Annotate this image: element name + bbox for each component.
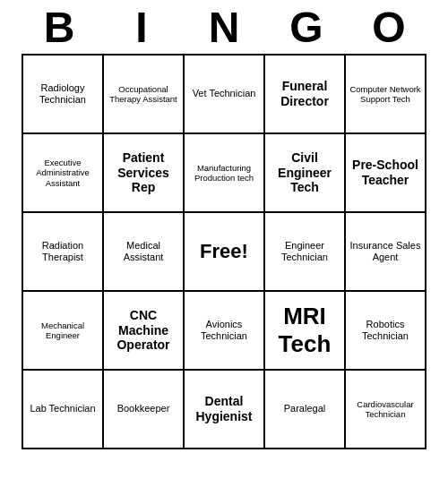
cell-3-1: CNC Machine Operator — [104, 292, 185, 371]
cell-2-1: Medical Assistant — [104, 213, 185, 292]
cell-3-2: Avionics Technician — [185, 292, 265, 371]
cell-0-1: Occupational Therapy Assistant — [104, 56, 185, 134]
cell-0-4: Computer Network Support Tech — [346, 56, 426, 134]
cell-1-4: Pre-School Teacher — [346, 134, 426, 213]
cell-4-1: Bookkeeper — [104, 371, 185, 449]
cell-2-0: Radiation Therapist — [23, 213, 104, 292]
cell-2-2: Free! — [185, 213, 265, 292]
letter-o: O — [353, 3, 425, 52]
cell-1-0: Executive Administrative Assistant — [23, 134, 104, 213]
cell-1-1: Patient Services Rep — [104, 134, 185, 213]
cell-3-0: Mechanical Engineer — [23, 292, 104, 371]
cell-1-2: Manufacturing Production tech — [185, 134, 265, 213]
cell-4-4: Cardiovascular Technician — [346, 371, 426, 449]
cell-4-3: Paralegal — [265, 371, 346, 449]
cell-2-3: Engineer Technician — [265, 213, 346, 292]
bingo-grid: Radiology TechnicianOccupational Therapy… — [22, 54, 426, 449]
bingo-header: B I N G O — [18, 0, 430, 54]
cell-3-4: Robotics Technician — [346, 292, 426, 371]
cell-0-0: Radiology Technician — [23, 56, 104, 134]
cell-2-4: Insurance Sales Agent — [346, 213, 426, 292]
cell-0-2: Vet Technician — [185, 56, 265, 134]
cell-3-3: MRI Tech — [265, 292, 346, 371]
cell-1-3: Civil Engineer Tech — [265, 134, 346, 213]
letter-n: N — [188, 3, 260, 52]
cell-4-0: Lab Technician — [23, 371, 104, 449]
letter-b: B — [23, 3, 95, 52]
cell-0-3: Funeral Director — [265, 56, 346, 134]
cell-4-2: Dental Hygienist — [185, 371, 265, 449]
letter-g: G — [271, 3, 342, 52]
letter-i: I — [106, 3, 177, 52]
